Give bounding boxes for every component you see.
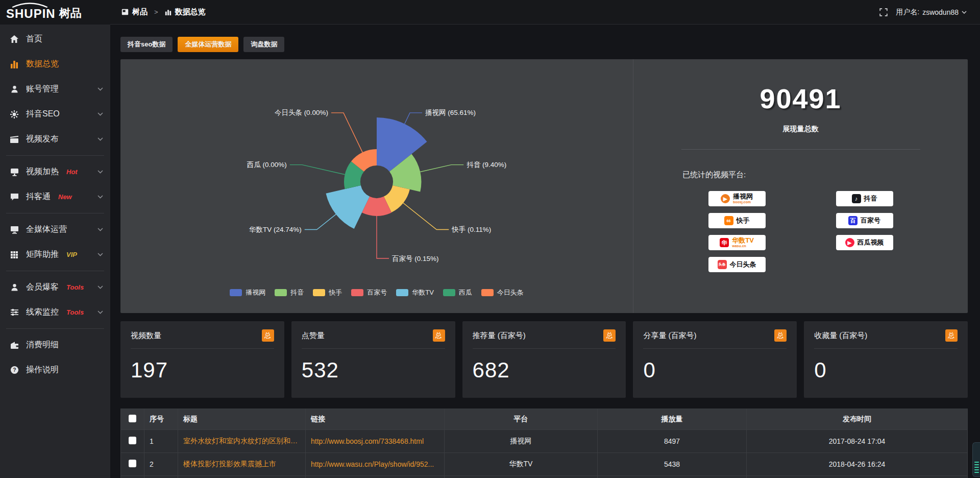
stat-card: 分享量 (百家号)总0	[633, 321, 797, 398]
sidebar-item-video-publish[interactable]: 视频发布	[0, 127, 110, 152]
legend-label: 百家号	[367, 288, 387, 297]
stat-card-title: 收藏量 (百家号)	[814, 331, 867, 341]
legend-item[interactable]: 西瓜	[443, 288, 472, 297]
brand-name-cn: 树品	[59, 4, 82, 21]
sidebar-item-help[interactable]: ? 操作说明	[0, 357, 110, 383]
cell-platform: 播视网	[445, 430, 598, 453]
fullscreen-icon[interactable]	[879, 8, 888, 16]
total-badge[interactable]: 总	[262, 329, 274, 342]
stat-card-value: 197	[131, 358, 274, 383]
pie-label: 华数TV (24.74%)	[249, 226, 302, 233]
main-area: 树品 > 数据总览 用户名: zswodun88 抖音seo数据 全媒体运营数据…	[110, 0, 980, 478]
sidebar-item-data-overview[interactable]: 数据总览	[0, 52, 110, 77]
app-root: SHUPIN 树品 首页 数据总览 账号管理 抖音SEO	[0, 0, 980, 478]
sidebar-item-label: 抖音SEO	[26, 109, 60, 119]
tab-omni-media-data[interactable]: 全媒体运营数据	[178, 37, 238, 52]
nav-divider	[6, 155, 104, 156]
total-badge[interactable]: 总	[603, 329, 616, 342]
row-checkbox[interactable]	[129, 437, 136, 444]
floating-widget[interactable]	[972, 442, 980, 477]
stat-card-title: 视频数量	[131, 331, 161, 341]
sidebar-item-home[interactable]: 首页	[0, 27, 110, 52]
platform-logo-icon: 头条	[718, 260, 727, 269]
cell-time: 2018-04-26 16:24	[747, 453, 968, 476]
legend-item[interactable]: 抖音	[275, 288, 304, 297]
user-menu[interactable]: 用户名: zswodun88	[896, 8, 967, 17]
pie-slice[interactable]	[326, 185, 370, 229]
total-badge[interactable]: 总	[774, 329, 787, 342]
cell-title[interactable]: 楼体投影灯投影效果震撼上市	[178, 453, 306, 476]
gear-icon	[9, 110, 19, 119]
total-impressions-value: 90491	[633, 83, 968, 114]
row-checkbox[interactable]	[129, 460, 136, 467]
breadcrumb-current: 数据总览	[175, 7, 206, 17]
select-all-checkbox[interactable]	[129, 415, 136, 422]
legend-item[interactable]: 快手	[313, 288, 342, 297]
col-title: 标题	[178, 409, 306, 430]
platform-logo-icon: ▶	[721, 194, 730, 203]
stat-card: 视频数量总197	[120, 321, 284, 398]
platform-subtext: boosj.com	[733, 200, 753, 204]
sidebar-item-omni-media[interactable]: 全媒体运营	[0, 217, 110, 242]
legend-item[interactable]: 百家号	[351, 288, 387, 297]
pie-label-line	[331, 113, 362, 152]
pie-label-line	[403, 203, 449, 229]
platform-name: 播视网	[733, 193, 753, 200]
sidebar-item-doketong[interactable]: 抖客通 New	[0, 184, 110, 209]
data-tabs: 抖音seo数据 全媒体运营数据 询盘数据	[120, 37, 968, 52]
stat-card-value: 0	[643, 358, 787, 383]
total-badge[interactable]: 总	[433, 329, 445, 342]
platform-badge: 66快手	[708, 213, 766, 228]
user-icon	[9, 85, 19, 94]
pie-label: 快手 (0.11%)	[451, 226, 491, 233]
brand-name: SHUPIN	[6, 7, 56, 20]
new-badge: New	[58, 193, 72, 201]
widget-stripe	[974, 467, 979, 468]
platform-badge: ♪抖音	[836, 191, 893, 206]
legend-item[interactable]: 今日头条	[481, 288, 524, 297]
chevron-down-icon	[97, 310, 103, 314]
col-platform: 平台	[445, 409, 598, 430]
total-badge[interactable]: 总	[945, 329, 958, 342]
legend-swatch	[230, 289, 242, 296]
widget-stripe	[974, 472, 979, 473]
tab-douyin-seo-data[interactable]: 抖音seo数据	[120, 37, 173, 52]
col-seq: 序号	[144, 409, 178, 430]
sidebar-item-label: 操作说明	[26, 365, 59, 375]
legend-swatch	[313, 289, 325, 296]
tab-inquiry-data[interactable]: 询盘数据	[243, 37, 284, 52]
video-table: 序号 标题 链接 平台 播放量 发布时间 1室外水纹灯和室内水纹灯的区别和简介h…	[120, 409, 968, 478]
sidebar-item-member-burst[interactable]: 会员爆客 Tools	[0, 275, 110, 300]
platform-name: 西瓜视频	[857, 239, 884, 246]
sidebar-item-label: 矩阵助推	[26, 249, 59, 260]
member-icon	[9, 283, 19, 292]
cell-time: 2017-08-24 17:04	[747, 430, 968, 453]
cell-plays: 8497	[598, 430, 747, 453]
breadcrumb-home[interactable]: 树品	[132, 7, 148, 17]
summary-divider	[681, 149, 920, 150]
app-icon	[121, 9, 129, 15]
legend-swatch	[443, 289, 455, 296]
cell-link[interactable]: http://www.boosj.com/7338468.html	[306, 430, 445, 453]
pie-label: 播视网 (65.61%)	[425, 109, 476, 116]
legend-item[interactable]: 华数TV	[396, 288, 434, 297]
pie-label-line	[290, 165, 345, 175]
question-circle-icon: ?	[9, 366, 19, 375]
stat-card-title: 分享量 (百家号)	[643, 331, 696, 341]
sidebar-item-douyin-seo[interactable]: 抖音SEO	[0, 102, 110, 127]
platform-name: 今日头条	[730, 261, 756, 268]
cell-title[interactable]: 室外水纹灯和室内水纹灯的区别和简介	[178, 430, 306, 453]
table-header-row: 序号 标题 链接 平台 播放量 发布时间	[121, 409, 968, 430]
sidebar-item-label: 首页	[26, 34, 42, 44]
sidebar-item-spend-detail[interactable]: 消费明细	[0, 332, 110, 357]
sidebar-item-matrix-boost[interactable]: 矩阵助推 VIP	[0, 242, 110, 267]
table-row-partial	[121, 476, 968, 478]
legend-item[interactable]: 播视网	[230, 288, 265, 297]
sidebar-item-clue-monitor[interactable]: 线索监控 Tools	[0, 300, 110, 325]
total-impressions-label: 展现量总数	[633, 125, 968, 134]
chevron-down-icon	[97, 253, 103, 256]
sidebar-item-video-heat[interactable]: 视频加热 Hot	[0, 159, 110, 184]
chevron-down-icon	[97, 137, 103, 141]
cell-link[interactable]: http://www.wasu.cn/Play/show/id/952...	[306, 453, 445, 476]
sidebar-item-accounts[interactable]: 账号管理	[0, 77, 110, 102]
